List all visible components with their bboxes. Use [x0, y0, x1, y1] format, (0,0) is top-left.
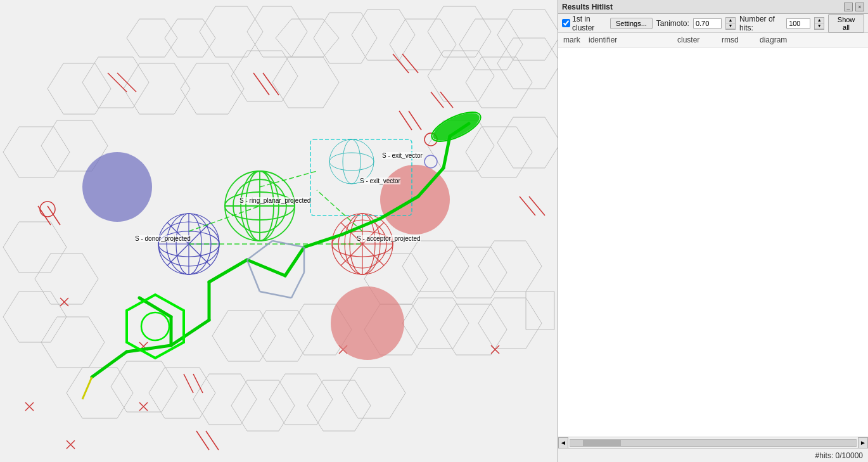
svg-line-73: [184, 374, 193, 393]
svg-marker-5: [314, 13, 377, 63]
results-panel: Results Hitlist _ × 1st in cluster Setti…: [558, 0, 868, 462]
svg-marker-41: [193, 374, 257, 425]
svg-marker-32: [478, 241, 542, 292]
svg-line-69: [399, 111, 412, 130]
svg-marker-23: [466, 127, 532, 177]
svg-point-113: [329, 139, 374, 184]
svg-marker-45: [342, 368, 405, 418]
svg-marker-9: [459, 19, 523, 70]
first-in-cluster-label[interactable]: 1st in cluster: [562, 15, 606, 32]
svg-marker-4: [276, 19, 339, 57]
results-table-header: mark identifier cluster rmsd diagram: [558, 33, 868, 48]
svg-marker-8: [428, 6, 491, 57]
svg-marker-48: [212, 311, 276, 361]
minimize-button[interactable]: _: [844, 3, 853, 11]
hits-up-button[interactable]: ▲: [815, 18, 824, 23]
svg-line-80: [529, 196, 545, 215]
svg-marker-3: [247, 6, 307, 57]
hits-count-input[interactable]: [786, 18, 810, 29]
results-scrollbar-area[interactable]: ◄ ►: [558, 437, 868, 448]
svg-marker-19: [497, 38, 558, 89]
svg-line-127: [304, 234, 342, 247]
svg-marker-2: [200, 6, 263, 57]
scroll-left-button[interactable]: ◄: [558, 437, 568, 449]
svg-marker-25: [3, 222, 67, 273]
svg-line-64: [117, 73, 136, 92]
svg-marker-24: [497, 117, 558, 168]
svg-point-137: [141, 312, 169, 340]
column-header-diagram: diagram: [760, 35, 810, 44]
svg-point-114: [329, 153, 374, 170]
svg-line-67: [393, 54, 409, 73]
first-in-cluster-checkbox[interactable]: [562, 19, 570, 27]
titlebar-buttons: _ ×: [844, 3, 864, 11]
svg-point-83: [424, 155, 437, 168]
hits-spinner: ▲ ▼: [814, 17, 824, 30]
svg-line-120: [92, 352, 127, 377]
svg-marker-38: [67, 368, 133, 418]
svg-marker-6: [352, 10, 415, 60]
svg-line-126: [285, 247, 304, 276]
svg-line-118: [317, 190, 362, 231]
tanimoto-down-button[interactable]: ▼: [726, 23, 735, 29]
svg-line-76: [206, 431, 219, 450]
molecule-viewer[interactable]: S - exit_vector S - exit_vector S - ring…: [0, 0, 558, 462]
svg-marker-10: [497, 10, 558, 60]
scroll-right-button[interactable]: ►: [858, 437, 868, 449]
svg-line-77: [431, 92, 444, 108]
close-button[interactable]: ×: [855, 3, 864, 11]
svg-line-122: [171, 320, 209, 345]
column-header-rmsd: rmsd: [722, 35, 760, 44]
scroll-track[interactable]: [570, 439, 857, 447]
tanimoto-input[interactable]: [693, 18, 722, 29]
svg-marker-31: [440, 247, 507, 298]
svg-marker-20: [3, 127, 70, 177]
svg-marker-37: [526, 292, 554, 330]
results-titlebar: Results Hitlist _ ×: [558, 0, 868, 14]
results-statusbar: #hits: 0/10000: [558, 448, 868, 462]
show-all-button[interactable]: Show all: [828, 14, 864, 33]
svg-line-65: [253, 73, 269, 95]
svg-marker-17: [428, 51, 494, 101]
tanimoto-spinner: ▲ ▼: [725, 17, 736, 30]
svg-marker-30: [402, 241, 469, 292]
svg-line-79: [520, 196, 535, 215]
svg-point-81: [40, 202, 55, 217]
svg-marker-0: [127, 19, 177, 57]
column-header-mark: mark: [563, 35, 589, 44]
column-header-cluster: cluster: [677, 35, 722, 44]
results-panel-title: Results Hitlist: [562, 3, 613, 11]
svg-line-140: [291, 273, 304, 298]
hits-label: Number of hits:: [739, 15, 782, 32]
svg-line-139: [260, 292, 291, 298]
svg-point-115: [343, 139, 361, 184]
tanimoto-label: Tanimoto:: [656, 19, 689, 28]
molecule-canvas: [0, 0, 558, 462]
svg-line-70: [409, 111, 421, 130]
svg-marker-18: [466, 57, 532, 108]
svg-marker-11: [48, 63, 111, 114]
svg-line-135: [82, 377, 92, 399]
svg-line-75: [196, 431, 209, 450]
results-content[interactable]: [558, 48, 868, 437]
column-header-identifier: identifier: [589, 35, 677, 44]
svg-marker-47: [250, 311, 314, 361]
svg-marker-39: [111, 361, 177, 412]
svg-point-84: [82, 152, 152, 222]
svg-marker-40: [149, 368, 215, 418]
svg-marker-43: [269, 374, 333, 425]
svg-line-124: [209, 260, 247, 282]
svg-marker-26: [35, 253, 98, 304]
svg-marker-44: [307, 380, 371, 431]
settings-button[interactable]: Settings...: [610, 18, 653, 29]
scroll-thumb[interactable]: [583, 440, 621, 446]
svg-marker-36: [478, 298, 542, 349]
hits-status-text: #hits: 0/10000: [815, 451, 863, 460]
svg-line-74: [193, 374, 203, 393]
svg-point-104: [331, 286, 404, 360]
results-toolbar: 1st in cluster Settings... Tanimoto: ▲ ▼…: [558, 14, 868, 33]
svg-marker-42: [231, 380, 295, 431]
svg-marker-1: [165, 19, 215, 57]
tanimoto-up-button[interactable]: ▲: [726, 18, 735, 23]
hits-down-button[interactable]: ▼: [815, 23, 824, 29]
